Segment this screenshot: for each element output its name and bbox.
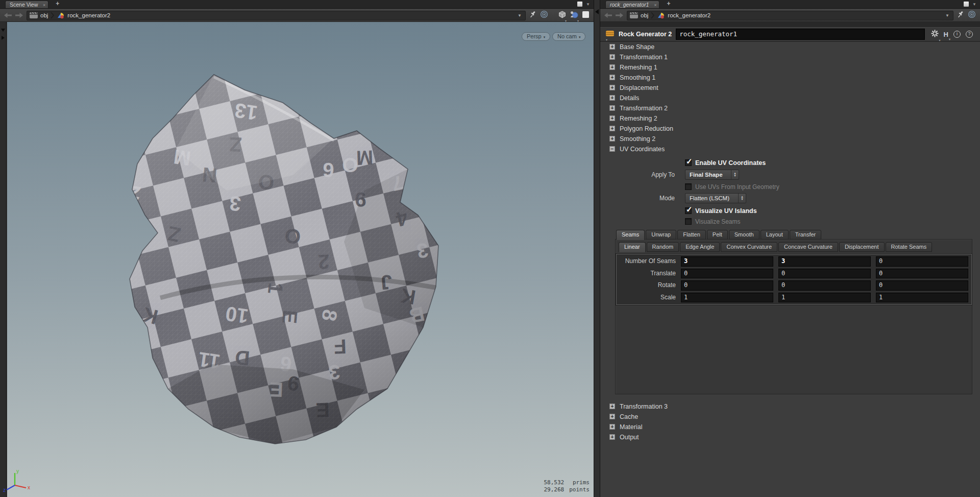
- expand-icon[interactable]: +: [609, 424, 615, 430]
- translate-z-input[interactable]: 0: [876, 269, 968, 279]
- node-name-input[interactable]: rock_generator1: [676, 29, 924, 40]
- strip-expand-icon[interactable]: [2, 36, 5, 40]
- section-material[interactable]: +Material: [600, 422, 980, 432]
- section-polygon-reduction[interactable]: +Polygon Reduction: [600, 124, 980, 134]
- path-root[interactable]: obj: [40, 12, 48, 18]
- tab-smooth[interactable]: Smooth: [729, 230, 760, 240]
- pane-menu-icon[interactable]: ▼: [972, 2, 976, 7]
- visualize-seams-checkbox[interactable]: [685, 218, 692, 225]
- scale-x-input[interactable]: 1: [681, 293, 773, 303]
- pane-maximize-icon[interactable]: [577, 2, 582, 7]
- path-dropdown-icon[interactable]: ▼: [944, 13, 950, 18]
- rotate-z-input[interactable]: 0: [876, 280, 968, 291]
- viewport-3d[interactable]: B13MZM7O2N3694OZO2J3BK110E8D1169E3FEK: [0, 22, 594, 497]
- tab-unwrap[interactable]: Unwrap: [646, 230, 676, 240]
- tab-flatten[interactable]: Flatten: [677, 230, 706, 240]
- new-tab-button[interactable]: +: [664, 1, 673, 8]
- path-dropdown-icon[interactable]: ▼: [517, 13, 523, 18]
- help-icon[interactable]: ?: [966, 31, 973, 38]
- scale-z-input[interactable]: 1: [876, 293, 968, 303]
- translate-y-input[interactable]: 0: [778, 269, 871, 279]
- use-input-uvs-checkbox[interactable]: [685, 183, 692, 190]
- tab-concave-curvature[interactable]: Concave Curvature: [778, 242, 838, 252]
- expand-icon[interactable]: +: [609, 105, 615, 111]
- spinner-icon[interactable]: ▲▼: [731, 170, 739, 179]
- tab-displacement[interactable]: Displacement: [839, 242, 885, 252]
- tab-edge-angle[interactable]: Edge Angle: [680, 242, 720, 252]
- section-transformation-2[interactable]: +Transformation 2: [600, 103, 980, 113]
- section-displacement[interactable]: +Displacement: [600, 83, 980, 93]
- param-path-field[interactable]: obj rock_generator2 ▼: [627, 11, 953, 20]
- tab-pelt[interactable]: Pelt: [707, 230, 728, 240]
- node-type-icon[interactable]: ▾: [605, 30, 615, 39]
- expand-icon[interactable]: +: [609, 85, 615, 90]
- display-model-icon[interactable]: ▾: [570, 11, 578, 20]
- tab-rotate-seams[interactable]: Rotate Seams: [886, 242, 933, 252]
- section-transformation-3[interactable]: +Transformation 3: [600, 401, 980, 412]
- section-base-shape[interactable]: +Base Shape: [600, 42, 980, 52]
- pane-maximize-icon[interactable]: [964, 2, 969, 7]
- number-of-seams-z-input[interactable]: 0: [876, 256, 968, 267]
- expand-icon[interactable]: +: [609, 115, 615, 121]
- section-output[interactable]: +Output: [600, 432, 980, 442]
- expand-icon[interactable]: +: [609, 44, 615, 50]
- expand-icon[interactable]: +: [609, 95, 615, 101]
- path-node[interactable]: rock_generator2: [668, 12, 710, 18]
- new-tab-button[interactable]: +: [53, 1, 62, 8]
- scene-path-field[interactable]: obj rock_generator2 ▼: [27, 11, 526, 20]
- section-smoothing-1[interactable]: +Smoothing 1: [600, 73, 980, 83]
- path-node[interactable]: rock_generator2: [67, 12, 110, 18]
- tab-seams[interactable]: Seams: [616, 230, 645, 240]
- expand-icon[interactable]: +: [609, 136, 615, 141]
- pane-divider[interactable]: [594, 0, 600, 497]
- number-of-seams-y-input[interactable]: 3: [778, 256, 871, 267]
- expand-icon[interactable]: +: [609, 126, 615, 131]
- rotate-x-input[interactable]: 0: [681, 280, 773, 291]
- back-icon[interactable]: [604, 13, 612, 18]
- tab-scene-view[interactable]: Scene View ×: [5, 1, 48, 8]
- section-transformation-1[interactable]: +Transformation 1: [600, 52, 980, 62]
- section-cache[interactable]: +Cache: [600, 412, 980, 422]
- enable-uv-checkbox[interactable]: ✓: [685, 159, 692, 166]
- no-cam-button[interactable]: No cam ▾: [552, 32, 585, 41]
- section-smoothing-2[interactable]: +Smoothing 2: [600, 134, 980, 144]
- tab-random[interactable]: Random: [647, 242, 679, 252]
- snapshot-target-icon[interactable]: [540, 10, 548, 20]
- pane-menu-icon[interactable]: ▼: [586, 2, 590, 7]
- pin-icon[interactable]: [957, 11, 964, 20]
- close-icon[interactable]: ×: [654, 2, 656, 9]
- tab-transfer[interactable]: Transfer: [790, 230, 822, 240]
- geometry-cube-icon[interactable]: ▾: [558, 11, 566, 20]
- tab-linear[interactable]: Linear: [619, 242, 646, 252]
- houdini-engine-icon[interactable]: H ▾: [944, 31, 948, 38]
- strip-collapse-icon[interactable]: [1, 29, 5, 32]
- close-icon[interactable]: ×: [43, 2, 45, 9]
- back-icon[interactable]: [4, 13, 12, 18]
- expand-icon[interactable]: +: [609, 404, 615, 409]
- pin-icon[interactable]: [529, 11, 536, 20]
- rotate-y-input[interactable]: 0: [778, 280, 871, 291]
- expand-icon[interactable]: +: [609, 54, 615, 60]
- section-uv-coordinates[interactable]: −UV Coordinates: [600, 144, 980, 154]
- gear-icon[interactable]: ▾: [931, 30, 939, 39]
- visualize-islands-checkbox[interactable]: ✓: [685, 207, 692, 214]
- expand-icon[interactable]: +: [609, 414, 615, 419]
- expand-icon[interactable]: +: [609, 434, 615, 440]
- viewport-canvas[interactable]: B13MZM7O2N3694OZO2J3BK110E8D1169E3FEK: [7, 22, 594, 497]
- tab-layout[interactable]: Layout: [761, 230, 789, 240]
- section-remeshing-1[interactable]: +Remeshing 1: [600, 62, 980, 73]
- expand-icon[interactable]: +: [609, 64, 615, 70]
- apply-to-dropdown[interactable]: Final Shape ▲▼: [685, 170, 739, 180]
- section-remeshing-2[interactable]: +Remeshing 2: [600, 113, 980, 124]
- collapse-icon[interactable]: −: [609, 146, 615, 152]
- number-of-seams-x-input[interactable]: 3: [681, 256, 773, 267]
- tab-convex-curvature[interactable]: Convex Curvature: [721, 242, 777, 252]
- spinner-icon[interactable]: ▲▼: [738, 194, 746, 203]
- forward-icon[interactable]: [616, 13, 623, 18]
- snapshot-target-icon[interactable]: [968, 10, 976, 20]
- mode-dropdown[interactable]: Flatten (LSCM) ▲▼: [685, 193, 746, 203]
- info-icon[interactable]: i: [953, 31, 961, 38]
- expand-icon[interactable]: +: [609, 75, 615, 80]
- translate-x-input[interactable]: 0: [681, 269, 773, 279]
- divider-collapse-icon[interactable]: [595, 9, 599, 14]
